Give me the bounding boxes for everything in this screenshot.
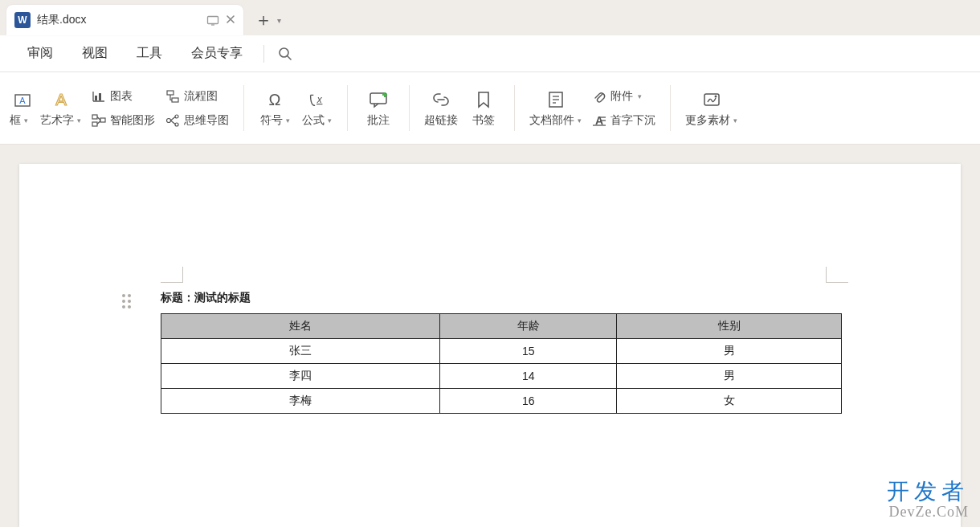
- chart-icon: [91, 88, 107, 104]
- document-content[interactable]: 标题：测试的标题 姓名 年龄 性别 张三 15 男: [161, 291, 842, 414]
- svg-rect-7: [95, 96, 97, 100]
- comment-icon: [368, 89, 389, 110]
- document-title[interactable]: 标题：测试的标题: [161, 291, 842, 305]
- table-drag-handle[interactable]: [122, 294, 137, 308]
- ribbon-group-comment: 批注: [351, 79, 406, 137]
- new-tab-controls: ＋ ▾: [255, 8, 281, 32]
- table-header-row[interactable]: 姓名 年龄 性别: [161, 314, 842, 339]
- svg-text:x: x: [316, 93, 323, 104]
- docpart-button[interactable]: 文档部件▾: [525, 89, 586, 128]
- svg-rect-13: [172, 98, 178, 102]
- more-button[interactable]: 更多素材▾: [680, 89, 742, 128]
- dropcap-button[interactable]: A 首字下沉: [586, 109, 660, 132]
- textbox-label[interactable]: 框▾: [10, 113, 35, 128]
- header-gender[interactable]: 性别: [617, 314, 842, 339]
- svg-rect-0: [208, 17, 218, 24]
- svg-point-31: [714, 95, 717, 97]
- docpart-icon: [545, 89, 566, 110]
- svg-rect-12: [167, 91, 174, 95]
- svg-point-14: [167, 118, 171, 122]
- hyperlink-icon: [431, 89, 451, 110]
- table-row[interactable]: 李四 14 男: [161, 364, 842, 389]
- svg-point-2: [280, 48, 288, 57]
- svg-point-15: [175, 115, 178, 118]
- svg-text:Ω: Ω: [269, 91, 281, 108]
- svg-rect-9: [92, 115, 97, 119]
- svg-text:A: A: [55, 90, 67, 108]
- dropcap-icon: A: [591, 112, 607, 129]
- attachment-button[interactable]: 附件▾: [586, 85, 660, 108]
- svg-point-16: [175, 123, 178, 126]
- svg-text:A: A: [19, 96, 26, 105]
- svg-rect-10: [92, 122, 97, 126]
- ribbon-group-text: A 框▾ A 艺术字▾ 图表 智能图形: [3, 79, 240, 137]
- header-age[interactable]: 年龄: [440, 314, 617, 339]
- new-tab-button[interactable]: ＋: [255, 8, 272, 32]
- ribbon-group-symbols: Ω 符号▾ x 公式▾: [247, 79, 344, 137]
- margin-corner-tr: [826, 267, 848, 283]
- more-icon: [701, 89, 722, 110]
- ribbon-group-parts: 文档部件▾ 附件▾ A 首字下沉: [518, 79, 667, 137]
- header-name[interactable]: 姓名: [161, 314, 440, 339]
- formula-button[interactable]: x 公式▾: [296, 89, 337, 128]
- menu-bar: 审阅 视图 工具 会员专享: [0, 35, 980, 72]
- ribbon: A 框▾ A 艺术字▾ 图表 智能图形: [0, 72, 980, 145]
- comment-button[interactable]: 批注: [357, 89, 399, 128]
- data-table[interactable]: 姓名 年龄 性别 张三 15 男 李四 14 男: [161, 313, 842, 414]
- menu-tools[interactable]: 工具: [122, 45, 177, 62]
- bookmark-button[interactable]: 书签: [463, 89, 504, 128]
- close-tab-icon[interactable]: [226, 14, 235, 26]
- flowchart-button[interactable]: 流程图: [160, 85, 234, 108]
- menu-member[interactable]: 会员专享: [177, 45, 257, 62]
- attachment-icon: [591, 88, 607, 104]
- new-tab-dropdown[interactable]: ▾: [277, 16, 281, 25]
- symbol-button[interactable]: Ω 符号▾: [254, 89, 296, 128]
- chart-button[interactable]: 图表: [86, 85, 160, 108]
- smartart-icon: [91, 112, 107, 129]
- menu-view[interactable]: 视图: [67, 45, 122, 62]
- menu-separator: [263, 45, 264, 63]
- textbox-icon: A: [14, 92, 31, 108]
- table-row[interactable]: 李梅 16 女: [161, 389, 842, 414]
- formula-icon: x: [306, 89, 327, 110]
- svg-line-3: [288, 56, 291, 59]
- ribbon-group-links: 超链接 书签: [413, 79, 511, 137]
- document-tab[interactable]: W 结果.docx: [6, 5, 243, 35]
- mindmap-icon: [165, 112, 181, 129]
- ribbon-group-more: 更多素材▾: [674, 79, 749, 137]
- table-row[interactable]: 张三 15 男: [161, 339, 842, 364]
- menu-review[interactable]: 审阅: [13, 45, 67, 62]
- svg-rect-8: [99, 93, 101, 100]
- document-page[interactable]: 标题：测试的标题 姓名 年龄 性别 张三 15 男: [19, 164, 961, 527]
- svg-rect-11: [100, 118, 105, 122]
- symbol-icon: Ω: [264, 89, 285, 110]
- document-area[interactable]: 标题：测试的标题 姓名 年龄 性别 张三 15 男: [0, 145, 980, 527]
- hyperlink-button[interactable]: 超链接: [419, 89, 463, 128]
- wordart-icon: A: [51, 89, 71, 110]
- tab-title: 结果.docx: [37, 13, 200, 27]
- search-icon: [278, 47, 292, 61]
- tab-bar: W 结果.docx ＋ ▾: [0, 0, 980, 35]
- tab-window-icon[interactable]: [206, 14, 219, 26]
- search-button[interactable]: [271, 39, 300, 68]
- smartart-button[interactable]: 智能图形: [86, 109, 160, 132]
- bookmark-icon: [473, 89, 494, 110]
- margin-corner-tl: [161, 267, 183, 283]
- wordart-button[interactable]: A 艺术字▾: [35, 89, 86, 128]
- word-icon: W: [14, 12, 31, 28]
- flowchart-icon: [165, 88, 181, 104]
- textbox-button[interactable]: A: [10, 89, 35, 112]
- mindmap-button[interactable]: 思维导图: [160, 109, 234, 132]
